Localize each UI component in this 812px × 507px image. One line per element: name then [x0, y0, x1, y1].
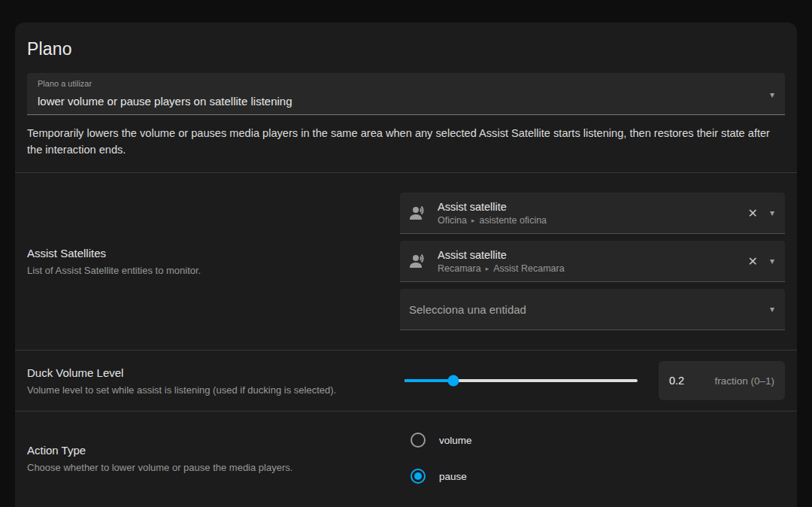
entity-id: Assist Recamara — [493, 263, 564, 274]
entity-picker-row[interactable]: Assist satellite Oficina ▸ asistente ofi… — [400, 193, 785, 234]
chevron-down-icon[interactable]: ▾ — [764, 205, 776, 220]
duck-volume-input[interactable]: 0.2 fraction (0–1) — [659, 361, 785, 400]
chevron-down-icon[interactable]: ▾ — [764, 302, 776, 317]
slider-thumb[interactable] — [448, 375, 459, 387]
duck-volume-slider[interactable] — [404, 361, 638, 400]
section-label: Action Type Choose whether to lower volu… — [27, 433, 400, 484]
duck-volume-controls: 0.2 fraction (0–1) — [400, 361, 785, 400]
radio-label: volume — [439, 435, 472, 446]
satellite-pickers: Assist satellite Oficina ▸ asistente ofi… — [400, 193, 785, 330]
section-title: Action Type — [27, 444, 382, 457]
entity-breadcrumb: Recamara ▸ Assist Recamara — [438, 263, 742, 274]
blueprint-select[interactable]: Plano a utilizar lower volume or pause p… — [27, 73, 785, 115]
entity-picker-row[interactable]: Assist satellite Recamara ▸ Assist Recam… — [400, 241, 785, 282]
blueprint-select-label: Plano a utilizar — [38, 79, 92, 88]
radio-option[interactable]: volume — [411, 433, 472, 448]
blueprint-select-value: lower volume or pause players on satelli… — [38, 95, 752, 108]
entity-picker-empty[interactable]: Selecciona una entidad ▾ — [400, 289, 785, 330]
section-action-type: Action Type Choose whether to lower volu… — [15, 411, 797, 506]
chevron-down-icon[interactable]: ▾ — [764, 254, 776, 269]
entity-picker-placeholder: Selecciona una entidad — [409, 303, 764, 316]
page-title: Plano — [27, 39, 785, 59]
section-subtitle: Volume level to set while assist is list… — [27, 384, 382, 396]
action-type-radio-group: volume pause — [400, 433, 785, 484]
section-label: Duck Volume Level Volume level to set wh… — [27, 361, 400, 400]
radio-icon[interactable] — [411, 433, 426, 448]
section-assist-satellites: Assist Satellites List of Assist Satelli… — [15, 172, 797, 350]
entity-name: Assist satellite — [438, 249, 742, 261]
chevron-down-icon[interactable]: ▾ — [770, 90, 774, 99]
entity-text: Assist satellite Oficina ▸ asistente ofi… — [438, 201, 742, 226]
account-voice-icon — [409, 252, 427, 270]
entity-id: asistente oficina — [479, 215, 547, 226]
slider-track[interactable] — [404, 379, 638, 382]
radio-option[interactable]: pause — [411, 469, 467, 484]
entity-breadcrumb: Oficina ▸ asistente oficina — [438, 215, 742, 226]
card-header: Plano — [15, 23, 797, 73]
blueprint-description: Temporarily lowers the volume or pauses … — [15, 115, 782, 172]
account-voice-icon — [409, 204, 427, 222]
section-subtitle: Choose whether to lower volume or pause … — [27, 462, 382, 473]
clear-entity-icon[interactable]: ✕ — [742, 203, 764, 223]
radio-icon[interactable] — [411, 469, 426, 484]
section-subtitle: List of Assist Satellite entities to mon… — [27, 265, 382, 276]
section-label: Assist Satellites List of Assist Satelli… — [27, 193, 400, 330]
slider-fill — [404, 379, 453, 382]
blueprint-config-card: Plano Plano a utilizar lower volume or p… — [15, 23, 797, 507]
duck-volume-suffix: fraction (0–1) — [714, 375, 774, 387]
entity-area: Recamara — [438, 263, 481, 274]
breadcrumb-arrow-icon: ▸ — [486, 265, 489, 272]
section-duck-volume: Duck Volume Level Volume level to set wh… — [15, 350, 797, 411]
section-title: Duck Volume Level — [27, 366, 382, 379]
entity-text: Assist satellite Recamara ▸ Assist Recam… — [438, 249, 742, 274]
clear-entity-icon[interactable]: ✕ — [742, 251, 764, 272]
section-title: Assist Satellites — [27, 247, 382, 260]
breadcrumb-arrow-icon: ▸ — [471, 217, 475, 224]
duck-volume-value[interactable]: 0.2 — [669, 375, 714, 387]
entity-name: Assist satellite — [438, 201, 742, 213]
entity-area: Oficina — [438, 215, 467, 226]
radio-label: pause — [439, 471, 467, 482]
action-type-controls: volume pause — [400, 433, 785, 484]
